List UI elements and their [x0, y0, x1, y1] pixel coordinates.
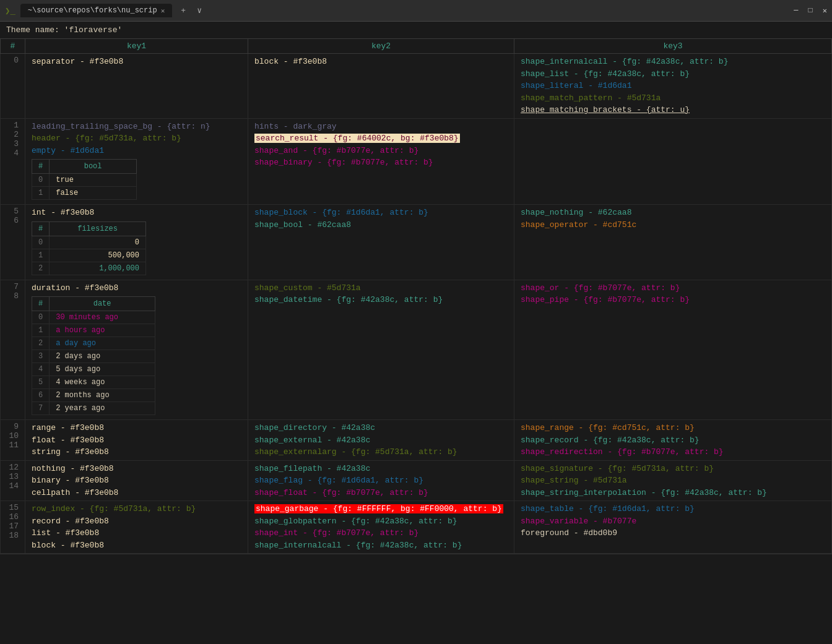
cell-text: shape_internalcall - {fg: #42a38c, attr:…	[254, 539, 508, 552]
cell-text: shape_string - #5d731a	[521, 474, 825, 487]
table-row: 15161718 row_index - {fg: #5d731a, attr:…	[1, 501, 832, 554]
inner-row-index: 1	[32, 187, 50, 200]
cell-text: float - #f3e0b8	[32, 434, 241, 447]
cell-text: shape_and - {fg: #b7077e, attr: b}	[254, 145, 508, 157]
cell-text: shape_match_pattern - #5d731a	[521, 92, 825, 105]
row-0-col3: shape_internalcall - {fg: #42a38c, attr:…	[514, 54, 832, 119]
row-7-col3: shape_or - {fg: #b7077e, attr: b} shape_…	[514, 280, 832, 420]
inner-cell: 0	[50, 236, 146, 249]
inner-table-row: 0 30 minutes ago	[32, 311, 155, 324]
cell-text: shape_externalarg - {fg: #5d731a, attr: …	[254, 446, 508, 458]
inner-row-index: 0	[32, 174, 50, 187]
cell-text: foreground - #dbd0b9	[521, 527, 825, 539]
table-row: 56 int - #f3e0b8 # filesizes	[1, 205, 832, 280]
inner-row-index: 3	[32, 350, 50, 363]
inner-row-index: 2	[32, 337, 50, 350]
inner-cell: 5 days ago	[50, 363, 155, 376]
minimize-button[interactable]: —	[794, 6, 798, 15]
cell-text: shape_redirection - {fg: #b7077e, attr: …	[521, 446, 825, 458]
row-5-col3: shape_nothing - #62caa8 shape_operator -…	[514, 205, 832, 280]
inner-table-row: 1 500,000	[32, 249, 146, 262]
inner-row-index: 4	[32, 363, 50, 376]
inner-cell: a day ago	[50, 337, 155, 350]
cell-text: shape_block - {fg: #1d6da1, attr: b}	[254, 207, 508, 219]
new-tab-button[interactable]: +	[177, 6, 189, 15]
row-12-col2: shape_filepath - #42a38c shape_flag - {f…	[248, 460, 514, 501]
row-index: 78	[1, 280, 25, 420]
cell-text: binary - #f3e0b8	[32, 474, 241, 487]
inner-cell: 2 years ago	[50, 402, 155, 415]
col-header-key1: key1	[25, 39, 248, 54]
cell-text: shape_internalcall - {fg: #42a38c, attr:…	[521, 56, 825, 68]
cell-text: shape_nothing - #62caa8	[521, 207, 825, 219]
active-tab[interactable]: ~\source\repos\forks\nu_scrip ✕	[20, 4, 172, 17]
table-row: 0 separator - #f3e0b8 block - #f3e0b8 sh…	[1, 54, 832, 119]
inner-table-row: 1 a hours ago	[32, 324, 155, 337]
cell-text: block - #f3e0b8	[254, 56, 508, 68]
row-1-col3	[514, 118, 832, 205]
inner-col-date: date	[50, 297, 155, 311]
cell-text: record - #f3e0b8	[32, 515, 241, 528]
inner-col-filesizes: filesizes	[50, 221, 146, 236]
cell-text: shape_binary - {fg: #b7077e, attr: b}	[254, 157, 508, 169]
inner-table-row: 7 2 years ago	[32, 402, 155, 415]
cell-text: separator - #f3e0b8	[32, 56, 241, 68]
titlebar: ❯_ ~\source\repos\forks\nu_scrip ✕ + ∨ —…	[0, 0, 832, 22]
cell-text: row_index - {fg: #5d731a, attr: b}	[32, 503, 241, 515]
inner-table-row: 2 a day ago	[32, 337, 155, 350]
main-table-wrapper: # key1 key2 key3 0 separator - #f3e0b8 b…	[0, 38, 832, 554]
inner-cell: a hours ago	[50, 324, 155, 337]
table-row: 91011 range - #f3e0b8 float - #f3e0b8 st…	[1, 420, 832, 461]
tab-label: ~\source\repos\forks\nu_scrip	[28, 6, 157, 15]
cell-text: shape_variable - #b7077e	[521, 515, 825, 528]
cell-text: cellpath - #f3e0b8	[32, 487, 241, 499]
cell-text: shape_bool - #62caa8	[254, 219, 508, 231]
tab-close-icon[interactable]: ✕	[161, 7, 165, 15]
cell-text: shape_record - {fg: #42a38c, attr: b}	[521, 434, 825, 447]
cell-text: empty - #1d6da1	[32, 145, 241, 157]
dropdown-button[interactable]: ∨	[194, 6, 204, 15]
row-7-col1: duration - #f3e0b8 # date 0 30 minutes a…	[25, 280, 248, 420]
cell-text: shape_filepath - #42a38c	[254, 463, 508, 475]
row-index: 56	[1, 205, 25, 280]
inner-row-index: 7	[32, 402, 50, 415]
row-1-col1: leading_trailing_space_bg - {attr: n} he…	[25, 118, 248, 205]
cell-text: string - #f3e0b8	[32, 446, 241, 458]
inner-table-row: 3 2 days ago	[32, 350, 155, 363]
close-button[interactable]: ✕	[823, 6, 827, 15]
cell-text: shape_datetime - {fg: #42a38c, attr: b}	[254, 294, 508, 306]
col-header-key2: key2	[248, 39, 514, 54]
row-9-col1: range - #f3e0b8 float - #f3e0b8 string -…	[25, 420, 248, 461]
date-table: # date 0 30 minutes ago 1 a hours	[32, 296, 155, 415]
cell-text: range - #f3e0b8	[32, 422, 241, 434]
inner-col-hash: #	[32, 160, 50, 174]
cell-text: shape_matching_brackets - {attr: u}	[521, 104, 825, 116]
row-index: 121314	[1, 460, 25, 501]
row-7-col2: shape_custom - #5d731a shape_datetime - …	[248, 280, 514, 420]
inner-table-row: 2 1,000,000	[32, 262, 146, 275]
row-index: 15161718	[1, 501, 25, 554]
inner-table-row: 5 4 weeks ago	[32, 376, 155, 389]
row-9-col2: shape_directory - #42a38c shape_external…	[248, 420, 514, 461]
inner-row-index: 5	[32, 376, 50, 389]
inner-row-index: 2	[32, 262, 50, 275]
cell-text: hints - dark_gray	[254, 121, 508, 133]
row-5-col2: shape_block - {fg: #1d6da1, attr: b} sha…	[248, 205, 514, 280]
row-12-col3: shape_signature - {fg: #5d731a, attr: b}…	[514, 460, 832, 501]
cell-text: shape_operator - #cd751c	[521, 219, 825, 231]
cell-text: shape_garbage - {fg: #FFFFFF, bg: #FF000…	[254, 503, 508, 515]
terminal-icon: ❯_	[5, 6, 15, 16]
cell-text: shape_range - {fg: #cd751c, attr: b}	[521, 422, 825, 434]
main-table: # key1 key2 key3 0 separator - #f3e0b8 b…	[0, 38, 832, 554]
cell-text: shape_globpattern - {fg: #42a38c, attr: …	[254, 515, 508, 528]
row-1-col2: hints - dark_gray search_result - {fg: #…	[248, 118, 514, 205]
inner-cell: false	[50, 187, 137, 200]
row-12-col1: nothing - #f3e0b8 binary - #f3e0b8 cellp…	[25, 460, 248, 501]
row-index: 1234	[1, 118, 25, 205]
filesizes-table: # filesizes 0 0 1 500,000	[32, 221, 146, 275]
cell-text: shape_string_interpolation - {fg: #42a38…	[521, 487, 825, 499]
cell-text: shape_signature - {fg: #5d731a, attr: b}	[521, 463, 825, 475]
cell-text: shape_list - {fg: #42a38c, attr: b}	[521, 68, 825, 80]
cell-text: shape_float - {fg: #b7077e, attr: b}	[254, 487, 508, 499]
restore-button[interactable]: □	[808, 6, 813, 15]
